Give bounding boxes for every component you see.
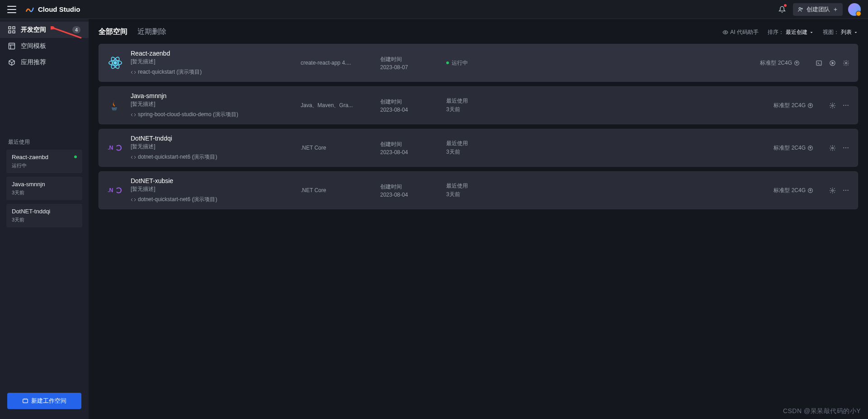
svg-point-27 <box>848 147 849 148</box>
svg-point-9 <box>114 61 117 64</box>
svg-point-30 <box>831 189 833 191</box>
sort-control[interactable]: 排序： 最近创建 <box>768 28 814 36</box>
ws-template-name: dotnet-quickstart-net6 (演示项目) <box>138 196 217 203</box>
app-header: Cloud Studio 创建团队 <box>0 0 868 19</box>
ai-assistant-label: AI 代码助手 <box>730 28 759 36</box>
gear-button[interactable] <box>829 144 836 151</box>
sidebar-item-apps[interactable]: 应用推荐 <box>0 54 89 71</box>
tabs: 全部空间 近期删除 <box>99 27 166 38</box>
more-button[interactable] <box>842 102 849 109</box>
view-control[interactable]: 视图： 列表 <box>823 28 858 36</box>
workspace-card[interactable]: .N DotNET-tnddqi [暂无描述] dotnet-quickstar… <box>99 129 858 167</box>
grid-icon <box>8 26 15 33</box>
ws-spec: 标准型 2C4G <box>774 144 813 152</box>
ws-actions <box>829 102 849 109</box>
svg-point-0 <box>799 7 801 9</box>
notifications-button[interactable] <box>777 4 788 15</box>
new-workspace-button[interactable]: 新建工作空间 <box>7 393 81 409</box>
upgrade-icon[interactable] <box>807 145 813 151</box>
gear-button[interactable] <box>829 102 836 109</box>
ws-main-info: Java-smnnjn [暂无描述] spring-boot-cloud-stu… <box>131 92 293 118</box>
upgrade-icon[interactable] <box>794 60 800 66</box>
ws-description: [暂无描述] <box>131 185 293 193</box>
dotnet-icon: .N <box>107 182 123 198</box>
ws-status-text: 运行中 <box>452 59 468 67</box>
ws-actions <box>815 59 849 66</box>
svg-rect-14 <box>816 61 821 65</box>
tab-all-spaces[interactable]: 全部空间 <box>99 27 127 38</box>
ws-created-time: 创建时间 2023-08-04 <box>380 98 439 113</box>
ws-main-info: DotNET-tnddqi [暂无描述] dotnet-quickstart-n… <box>131 135 293 161</box>
ws-template-name: react-quickstart (演示项目) <box>138 68 202 76</box>
ws-tech: .NET Core <box>301 187 373 193</box>
upgrade-icon[interactable] <box>807 103 813 108</box>
ws-description: [暂无描述] <box>131 100 293 108</box>
ws-spec: 标准型 2C4G <box>760 59 800 67</box>
tab-recently-deleted[interactable]: 近期删除 <box>137 27 166 38</box>
ws-template: react-quickstart (演示项目) <box>131 68 293 76</box>
more-button[interactable] <box>842 144 849 151</box>
main-content: 全部空间 近期删除 AI 代码助手 排序： 最近创建 视图： 列表 <box>89 19 868 419</box>
create-team-label: 创建团队 <box>807 5 830 14</box>
ws-name: Java-smnnjn <box>131 92 293 99</box>
upgrade-icon[interactable] <box>807 188 813 193</box>
sidebar-item-templates[interactable]: 空间模板 <box>0 38 89 54</box>
cube-icon <box>8 59 15 66</box>
user-avatar[interactable] <box>848 3 861 16</box>
ws-status-text: 3天前 <box>446 106 460 113</box>
svg-point-16 <box>845 62 847 64</box>
create-team-button[interactable]: 创建团队 <box>793 3 843 16</box>
sort-value: 最近创建 <box>786 28 807 36</box>
svg-rect-4 <box>9 31 11 33</box>
ws-tech: create-react-app 4.... <box>301 60 373 66</box>
ws-time-label: 创建时间 <box>380 141 439 148</box>
eye-icon <box>722 29 728 35</box>
more-button[interactable] <box>842 187 849 194</box>
react-icon <box>107 55 123 71</box>
recent-item-sub: 3天前 <box>12 189 77 196</box>
sidebar-item-dev-spaces[interactable]: 开发空间 4 <box>0 22 89 38</box>
ws-spec: 标准型 2C4G <box>774 102 813 109</box>
recent-item[interactable]: Java-smnnjn 3天前 <box>6 177 82 200</box>
new-workspace-label: 新建工作空间 <box>31 397 66 405</box>
recent-list: React-zaenbd 运行中 Java-smnnjn 3天前 DotNET-… <box>0 150 89 227</box>
gear-button[interactable] <box>842 59 849 66</box>
svg-point-1 <box>802 8 802 9</box>
svg-rect-5 <box>13 31 15 33</box>
ws-created-time: 创建时间 2023-08-04 <box>380 183 439 198</box>
sidebar-item-label: 空间模板 <box>21 42 46 50</box>
top-controls: AI 代码助手 排序： 最近创建 视图： 列表 <box>722 28 858 36</box>
ai-assistant-button[interactable]: AI 代码助手 <box>722 28 759 36</box>
svg-point-21 <box>848 105 849 106</box>
recent-item[interactable]: React-zaenbd 运行中 <box>6 150 82 173</box>
menu-toggle-button[interactable] <box>7 6 16 13</box>
play-button[interactable] <box>829 59 836 66</box>
ws-tech: Java、Maven、Gra... <box>301 102 373 109</box>
ws-template-name: dotnet-quickstart-net6 (演示项目) <box>138 153 217 161</box>
ws-template: spring-boot-cloud-studio-demo (演示项目) <box>131 111 293 118</box>
ws-created-time: 创建时间 2023-08-07 <box>380 56 439 71</box>
workspace-card[interactable]: React-zaenbd [暂无描述] react-quickstart (演示… <box>99 44 858 82</box>
template-icon <box>8 42 15 50</box>
app-logo[interactable]: Cloud Studio <box>25 5 80 13</box>
svg-point-25 <box>843 147 844 148</box>
ws-time-value: 2023-08-07 <box>380 64 439 71</box>
svg-point-18 <box>831 104 833 106</box>
recent-item[interactable]: DotNET-tnddqi 3天前 <box>6 204 82 227</box>
workspace-card[interactable]: Java-smnnjn [暂无描述] spring-boot-cloud-stu… <box>99 86 858 124</box>
gear-button[interactable] <box>829 187 836 194</box>
ws-template: dotnet-quickstart-net6 (演示项目) <box>131 153 293 161</box>
workspace-card[interactable]: .N DotNET-xubsie [暂无描述] dotnet-quickstar… <box>99 171 858 209</box>
sidebar-item-label: 应用推荐 <box>21 58 46 66</box>
recent-item-name: React-zaenbd <box>12 154 77 160</box>
workspace-list: React-zaenbd [暂无描述] react-quickstart (演示… <box>99 44 858 209</box>
ws-status-label: 最近使用 <box>446 97 468 105</box>
sort-label: 排序： <box>768 28 784 36</box>
ws-description: [暂无描述] <box>131 58 293 66</box>
svg-point-8 <box>725 32 726 33</box>
recent-item-sub: 运行中 <box>12 162 77 169</box>
svg-point-19 <box>843 105 844 106</box>
code-icon <box>131 197 136 202</box>
terminal-button[interactable] <box>815 59 822 66</box>
ws-status-text: 3天前 <box>446 191 460 198</box>
